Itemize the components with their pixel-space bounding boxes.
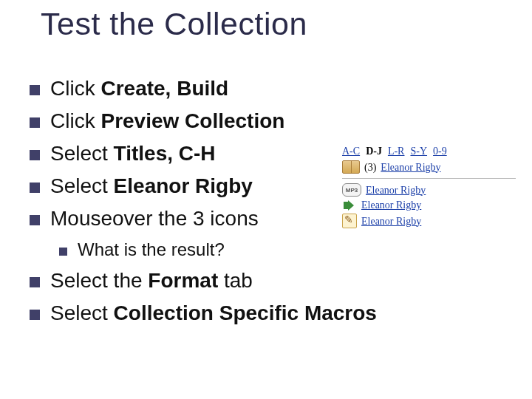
bullet-text: What is the result?	[78, 236, 225, 263]
text: Select	[50, 174, 114, 197]
bullet-text: Click Create, Build	[50, 74, 228, 103]
bullet-item: Click Create, Build	[30, 74, 517, 103]
square-bullet-icon	[30, 85, 40, 95]
text: Click	[50, 109, 100, 132]
alpha-tabs: A-C D-J L-R S-Y 0-9	[342, 145, 516, 157]
tab-s-y[interactable]: S-Y	[410, 145, 427, 157]
bullet-text: Select Titles, C-H	[50, 139, 216, 168]
square-bullet-icon	[59, 248, 67, 256]
result-entry: (3) Eleanor Rigby	[342, 160, 516, 174]
speaker-icon[interactable]	[342, 200, 357, 211]
bullet-item: Select Collection Specific Macros	[30, 299, 517, 328]
tab-0-9[interactable]: 0-9	[433, 145, 447, 157]
square-bullet-icon	[30, 277, 40, 287]
bullet-text: Select Collection Specific Macros	[50, 299, 377, 328]
text: Select the	[50, 269, 148, 292]
bullet-item: Select the Format tab	[30, 266, 517, 296]
bullet-text: Click Preview Collection	[50, 106, 284, 136]
result-title-link[interactable]: Eleanor Rigby	[366, 184, 426, 197]
bullet-text: Select Eleanor Rigby	[50, 171, 253, 201]
bullet-text: Mouseover the 3 icons	[50, 204, 259, 233]
text: Select	[50, 301, 114, 324]
mp3-icon[interactable]: MP3	[342, 183, 361, 197]
bold-text: Create, Build	[100, 77, 228, 100]
bullet-item: Click Preview Collection	[30, 106, 517, 136]
icon-row: Eleanor Rigby	[342, 214, 516, 228]
bookshelf-icon[interactable]	[342, 160, 360, 174]
bold-text: Eleanor Rigby	[114, 174, 253, 197]
bold-text: Titles, C-H	[114, 142, 216, 165]
result-title-link[interactable]: Eleanor Rigby	[361, 199, 421, 211]
square-bullet-icon	[30, 215, 40, 225]
slide: Test the Collection Click Create, Build …	[0, 0, 532, 399]
result-index: (3)	[364, 161, 376, 174]
tab-a-c[interactable]: A-C	[342, 145, 360, 157]
tab-d-j[interactable]: D-J	[366, 145, 382, 157]
divider	[342, 178, 516, 179]
sub-bullet-item: What is the result?	[30, 236, 517, 263]
result-title-link[interactable]: Eleanor Rigby	[381, 161, 440, 174]
square-bullet-icon	[30, 150, 40, 160]
bold-text: Format	[148, 269, 218, 292]
text: Select	[50, 142, 114, 165]
result-title-link[interactable]: Eleanor Rigby	[361, 215, 421, 228]
text: Click	[50, 77, 100, 100]
icon-row: MP3 Eleanor Rigby	[342, 183, 516, 197]
bold-text: Collection Specific Macros	[114, 301, 377, 324]
icon-row: Eleanor Rigby	[342, 199, 516, 211]
note-icon[interactable]	[342, 214, 357, 228]
square-bullet-icon	[30, 183, 40, 193]
bullet-text: Select the Format tab	[50, 266, 253, 296]
bold-text: Preview Collection	[100, 109, 284, 132]
square-bullet-icon	[30, 117, 40, 128]
embedded-preview: A-C D-J L-R S-Y 0-9 (3) Eleanor Rigby MP…	[342, 145, 516, 231]
square-bullet-icon	[30, 310, 40, 320]
text: tab	[218, 269, 253, 292]
tab-l-r[interactable]: L-R	[388, 145, 405, 157]
slide-title: Test the Collection	[41, 6, 307, 42]
